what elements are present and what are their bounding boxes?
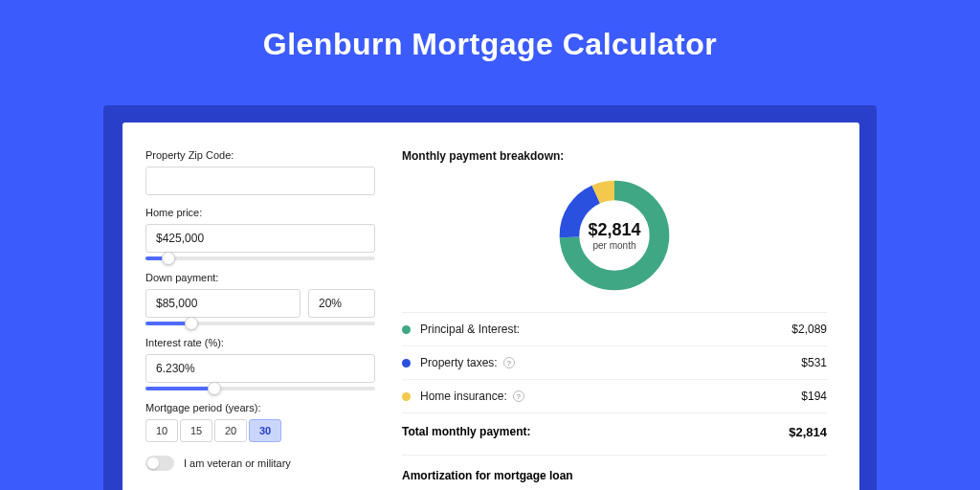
help-icon[interactable]: ? xyxy=(513,390,524,402)
interest-rate-group: Interest rate (%): xyxy=(145,337,375,390)
payment-donut-chart: $2,814 per month xyxy=(555,176,674,295)
interest-rate-slider-thumb[interactable] xyxy=(208,382,221,395)
down-payment-pct-input[interactable] xyxy=(308,289,375,318)
breakdown-legend: Principal & Interest: $2,089 Property ta… xyxy=(402,312,827,412)
home-price-group: Home price: xyxy=(145,207,375,260)
mortgage-period-label: Mortgage period (years): xyxy=(145,402,375,413)
home-price-slider-thumb[interactable] xyxy=(162,252,175,265)
zip-input[interactable] xyxy=(145,167,375,195)
legend-label-taxes: Property taxes: xyxy=(420,356,498,369)
down-payment-slider-thumb[interactable] xyxy=(185,317,198,330)
legend-label-insurance: Home insurance: xyxy=(420,390,507,403)
veteran-label: I am veteran or military xyxy=(184,457,291,469)
legend-label-principal: Principal & Interest: xyxy=(420,323,520,336)
legend-row-principal: Principal & Interest: $2,089 xyxy=(402,313,827,345)
donut-center: $2,814 per month xyxy=(555,176,674,295)
mortgage-period-buttons: 10 15 20 30 xyxy=(145,419,375,442)
legend-dot-green xyxy=(402,325,411,334)
home-price-input[interactable] xyxy=(145,224,375,253)
down-payment-input[interactable] xyxy=(145,289,301,318)
down-payment-slider[interactable] xyxy=(145,322,375,325)
total-row: Total monthly payment: $2,814 xyxy=(402,412,827,455)
interest-rate-input[interactable] xyxy=(145,354,375,383)
total-label: Total monthly payment: xyxy=(402,425,530,439)
legend-dot-blue xyxy=(402,359,411,368)
donut-subtext: per month xyxy=(592,240,635,251)
period-option-15[interactable]: 15 xyxy=(180,419,212,442)
amortization-section: Amortization for mortgage loan Amortizat… xyxy=(402,455,827,490)
interest-rate-slider-fill xyxy=(145,387,214,390)
legend-dot-yellow xyxy=(402,392,411,401)
amortization-title: Amortization for mortgage loan xyxy=(402,469,827,482)
breakdown-column: Monthly payment breakdown: $2,814 per mo… xyxy=(402,149,827,490)
breakdown-title: Monthly payment breakdown: xyxy=(402,149,827,163)
total-value: $2,814 xyxy=(789,425,827,439)
calculator-card: Property Zip Code: Home price: Down paym… xyxy=(122,122,859,490)
veteran-row: I am veteran or military xyxy=(145,456,375,471)
page-title: Glenburn Mortgage Calculator xyxy=(0,0,980,83)
period-option-30[interactable]: 30 xyxy=(249,419,281,442)
legend-value-taxes: $531 xyxy=(801,356,827,369)
veteran-toggle-knob xyxy=(147,457,159,469)
home-price-slider[interactable] xyxy=(145,256,375,260)
donut-amount: $2,814 xyxy=(588,220,640,240)
home-price-label: Home price: xyxy=(145,207,375,218)
help-icon[interactable]: ? xyxy=(503,357,515,368)
zip-label: Property Zip Code: xyxy=(145,149,375,161)
legend-value-principal: $2,089 xyxy=(791,323,827,336)
zip-group: Property Zip Code: xyxy=(145,149,375,195)
legend-value-insurance: $194 xyxy=(801,390,827,403)
form-column: Property Zip Code: Home price: Down paym… xyxy=(145,149,375,490)
legend-row-taxes: Property taxes: ? $531 xyxy=(402,345,827,379)
interest-rate-label: Interest rate (%): xyxy=(145,337,375,348)
down-payment-label: Down payment: xyxy=(145,272,375,283)
veteran-toggle[interactable] xyxy=(145,456,174,471)
down-payment-group: Down payment: xyxy=(145,272,375,325)
period-option-10[interactable]: 10 xyxy=(145,419,178,442)
period-option-20[interactable]: 20 xyxy=(214,419,247,442)
interest-rate-slider[interactable] xyxy=(145,387,375,390)
mortgage-period-group: Mortgage period (years): 10 15 20 30 xyxy=(145,402,375,442)
donut-wrap: $2,814 per month xyxy=(402,176,827,295)
legend-row-insurance: Home insurance: ? $194 xyxy=(402,379,827,412)
